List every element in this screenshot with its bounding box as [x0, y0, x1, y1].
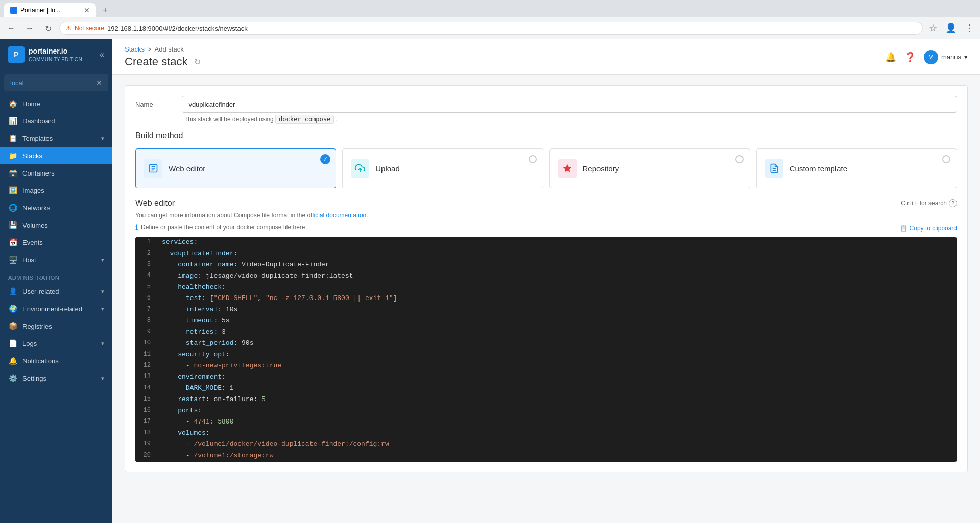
- ctrl-f-text: Ctrl+F for search: [901, 200, 947, 207]
- sidebar-logo: P portainer.io COMMUNITY EDITION «: [0, 39, 112, 70]
- header-left: Stacks > Add stack Create stack ↻: [125, 45, 201, 68]
- bookmark-btn[interactable]: ☆: [927, 20, 939, 36]
- custom-template-label: Custom template: [790, 164, 847, 173]
- web-editor-label: Web editor: [169, 164, 205, 173]
- sidebar-item-images[interactable]: 🖼️ Images: [0, 182, 112, 199]
- code-line: 12 - no-new-privileges:true: [135, 361, 957, 372]
- user-related-icon: 👤: [8, 287, 17, 295]
- line-number: 18: [135, 428, 156, 439]
- url-display: 192.168.1.18:9000/#!/2/docker/stacks/new…: [107, 24, 248, 32]
- code-line: 6 test: ["CMD-SHELL", "nc -z 127.0.0.1 5…: [135, 293, 957, 305]
- line-content: environment:: [156, 372, 957, 383]
- sidebar-item-label-user-related: User-related: [22, 288, 59, 295]
- line-number: 3: [135, 260, 156, 271]
- sidebar-item-home[interactable]: 🏠 Home: [0, 95, 112, 112]
- new-tab-btn[interactable]: +: [97, 3, 113, 17]
- upload-radio: [529, 155, 537, 163]
- home-icon: 🏠: [8, 99, 17, 108]
- sidebar-nav: 🏠 Home 📊 Dashboard 📋 Templates ▾ 📁 Stack…: [0, 95, 112, 523]
- sidebar-item-label-dashboard: Dashboard: [22, 117, 55, 125]
- line-content: - no-new-privileges:true: [156, 361, 957, 372]
- line-content: ports:: [156, 406, 957, 417]
- sidebar-item-registries[interactable]: 📦 Registries: [0, 317, 112, 335]
- sidebar-item-logs[interactable]: 📄 Logs ▾: [0, 335, 112, 352]
- sidebar-item-settings[interactable]: ⚙️ Settings ▾: [0, 369, 112, 387]
- sidebar-item-label-events: Events: [22, 239, 43, 246]
- sidebar-item-dashboard[interactable]: 📊 Dashboard: [0, 112, 112, 130]
- refresh-icon[interactable]: ↻: [194, 57, 201, 67]
- sidebar-item-environment-related[interactable]: 🌍 Environment-related ▾: [0, 300, 112, 317]
- sidebar-item-notifications[interactable]: 🔔 Notifications: [0, 352, 112, 369]
- tab-favicon: [10, 7, 17, 14]
- build-method-repository[interactable]: Repository: [549, 148, 750, 188]
- sidebar-item-host[interactable]: 🖥️ Host ▾: [0, 251, 112, 268]
- build-method-web-editor[interactable]: ✓ Web editor: [135, 148, 336, 188]
- breadcrumb-stacks-link[interactable]: Stacks: [125, 45, 145, 53]
- code-line: 17 - 4741: 5800: [135, 417, 957, 428]
- line-number: 20: [135, 451, 156, 462]
- header-user[interactable]: M marius ▾: [924, 50, 968, 64]
- user-chevron-icon: ▾: [964, 53, 968, 61]
- sidebar-item-user-related[interactable]: 👤 User-related ▾: [0, 283, 112, 300]
- official-docs-link[interactable]: official documentation.: [307, 212, 368, 219]
- define-hint: ℹ Define or paste the content of your do…: [135, 223, 305, 231]
- breadcrumb-separator: >: [148, 45, 152, 53]
- web-editor-section: Web editor Ctrl+F for search ? You can g…: [135, 198, 957, 462]
- stack-info-code: docker compose: [275, 115, 334, 124]
- networks-icon: 🌐: [8, 204, 17, 212]
- notifications-bell-btn[interactable]: 🔔: [885, 52, 896, 63]
- stack-name-input[interactable]: [182, 96, 957, 113]
- sidebar-item-containers[interactable]: 🗃️ Containers: [0, 164, 112, 182]
- sidebar-item-label-home: Home: [22, 100, 40, 108]
- code-editor[interactable]: 1services:2 vduplicatefinder:3 container…: [135, 237, 957, 462]
- line-number: 17: [135, 417, 156, 428]
- help-btn[interactable]: ❓: [904, 52, 916, 63]
- line-content: image: jlesage/video-duplicate-finder:la…: [156, 271, 957, 282]
- line-content: timeout: 5s: [156, 316, 957, 327]
- breadcrumb-current: Add stack: [155, 45, 184, 53]
- browser-tabs: Portainer | lo... ✕ +: [4, 3, 976, 17]
- copy-to-clipboard-btn[interactable]: 📋 Copy to clipboard: [900, 225, 957, 232]
- sidebar-collapse-btn[interactable]: «: [100, 50, 104, 59]
- edition-label: COMMUNITY EDITION: [29, 56, 82, 63]
- line-number: 15: [135, 394, 156, 406]
- profile-btn[interactable]: 👤: [943, 20, 959, 36]
- sidebar-item-volumes[interactable]: 💾 Volumes: [0, 216, 112, 234]
- browser-tab-active[interactable]: Portainer | lo... ✕: [4, 3, 96, 17]
- code-line: 2 vduplicatefinder:: [135, 248, 957, 260]
- logo-text: portainer.io COMMUNITY EDITION: [29, 46, 82, 62]
- volumes-icon: 💾: [8, 221, 17, 229]
- environment-related-icon: 🌍: [8, 305, 17, 313]
- avatar: M: [924, 50, 938, 64]
- address-bar[interactable]: ⚠ Not secure 192.168.1.18:9000/#!/2/dock…: [59, 22, 923, 35]
- sidebar-item-networks[interactable]: 🌐 Networks: [0, 199, 112, 216]
- forward-btn[interactable]: →: [22, 21, 37, 35]
- build-method-custom-template[interactable]: Custom template: [756, 148, 957, 188]
- env-close-btn[interactable]: ✕: [96, 79, 102, 87]
- stack-info: This stack will be deployed using docker…: [184, 116, 957, 123]
- username: marius: [941, 53, 961, 61]
- upload-label: Upload: [375, 164, 400, 173]
- templates-icon: 📋: [8, 134, 17, 142]
- tab-close-btn[interactable]: ✕: [84, 6, 90, 14]
- host-chevron-icon: ▾: [101, 257, 104, 263]
- back-btn[interactable]: ←: [4, 21, 18, 35]
- code-line: 14 DARK_MODE: 1: [135, 383, 957, 394]
- code-line: 4 image: jlesage/video-duplicate-finder:…: [135, 271, 957, 282]
- templates-chevron-icon: ▾: [101, 135, 104, 142]
- line-number: 2: [135, 248, 156, 260]
- sidebar-item-stacks[interactable]: 📁 Stacks: [0, 147, 112, 164]
- sidebar-item-label-containers: Containers: [22, 169, 55, 177]
- menu-btn[interactable]: ⋮: [963, 20, 976, 36]
- host-icon: 🖥️: [8, 256, 17, 264]
- stack-info-text: This stack will be deployed using: [184, 116, 274, 123]
- sidebar-item-events[interactable]: 📅 Events: [0, 234, 112, 251]
- build-method-upload[interactable]: Upload: [342, 148, 543, 188]
- line-number: 5: [135, 282, 156, 293]
- help-icon[interactable]: ?: [949, 199, 957, 207]
- reload-btn[interactable]: ↻: [41, 21, 55, 35]
- code-line: 9 retries: 3: [135, 327, 957, 338]
- env-name: local: [10, 79, 24, 87]
- sidebar-item-templates[interactable]: 📋 Templates ▾: [0, 130, 112, 147]
- main-header: Stacks > Add stack Create stack ↻ 🔔 ❓ M …: [112, 39, 980, 75]
